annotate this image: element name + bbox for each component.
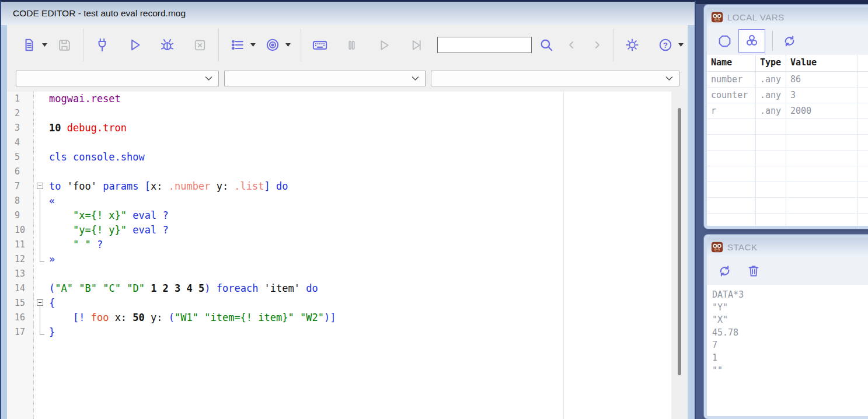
run-button[interactable]: [122, 32, 148, 58]
watch-menu-caret[interactable]: [285, 43, 294, 47]
code-line-content[interactable]: mogwai.reset: [49, 92, 671, 106]
watch-button[interactable]: [260, 32, 285, 58]
code-line[interactable]: 10 "y={! y}" eval ?: [7, 223, 671, 238]
stop-button[interactable]: [187, 32, 212, 58]
line-number[interactable]: 10: [7, 223, 34, 238]
var-row[interactable]: r.any2000: [707, 103, 868, 119]
var-row[interactable]: counter.any3: [707, 88, 868, 103]
code-line[interactable]: 310 debug.tron: [7, 121, 671, 135]
code-line[interactable]: 5cls console.show: [7, 150, 671, 165]
refresh-stack-button[interactable]: [713, 259, 736, 282]
column-header-type[interactable]: Type: [756, 55, 786, 71]
line-number[interactable]: 4: [7, 135, 34, 150]
code-line-content[interactable]: " " ?: [49, 238, 671, 252]
column-header-value[interactable]: Value: [786, 55, 857, 71]
code-line[interactable]: 8«: [7, 194, 671, 208]
help-button[interactable]: ?: [653, 32, 678, 58]
editor-vertical-scrollbar[interactable]: [671, 92, 688, 419]
line-number[interactable]: 5: [7, 150, 34, 165]
code-line-content[interactable]: to 'foo' params [x: .number y: .list] do: [49, 179, 671, 194]
column-header-name[interactable]: Name: [707, 55, 756, 71]
code-line[interactable]: 9 "x={! x}" eval ?: [7, 208, 671, 223]
code-line[interactable]: 2: [7, 106, 671, 121]
new-file-button[interactable]: [16, 32, 42, 58]
code-filler[interactable]: [49, 340, 671, 419]
save-button[interactable]: [51, 32, 77, 58]
code-line-content[interactable]: {: [49, 296, 671, 310]
code-editor[interactable]: 1mogwai.reset2310 debug.tron45cls consol…: [7, 92, 688, 419]
line-number[interactable]: 16: [7, 310, 34, 325]
code-line[interactable]: 15{: [7, 296, 671, 310]
line-number[interactable]: 15: [7, 296, 34, 310]
line-number[interactable]: 6: [7, 165, 34, 179]
code-line[interactable]: 4: [7, 135, 671, 150]
fold-collapse-button[interactable]: [37, 299, 43, 306]
code-line-content[interactable]: "y={! y}" eval ?: [49, 223, 671, 238]
stack-titlebar[interactable]: STACK: [707, 238, 868, 257]
settings-button[interactable]: [619, 32, 645, 58]
code-line-content[interactable]: "x={! x}" eval ?: [49, 208, 671, 223]
code-line-content[interactable]: }: [49, 325, 671, 340]
search-button[interactable]: [536, 32, 556, 58]
scrollbar-thumb[interactable]: [678, 108, 681, 375]
step-end-button[interactable]: [403, 32, 429, 58]
code-line-content[interactable]: [49, 135, 671, 150]
code-token: y:: [145, 312, 169, 323]
symbol-selector-3[interactable]: [431, 71, 679, 86]
local-vars-panel: LOCAL VARS Name Type Value number.any86c…: [704, 5, 868, 229]
code-line-content[interactable]: [49, 267, 671, 281]
window-titlebar[interactable]: CODE EDITOR - test auto eval record.mog: [1, 2, 695, 25]
line-number[interactable]: 3: [7, 121, 34, 135]
code-line[interactable]: 17}: [7, 325, 671, 340]
code-line-content[interactable]: «: [49, 194, 671, 208]
code-line-content[interactable]: cls console.show: [49, 150, 671, 165]
line-number[interactable]: 9: [7, 208, 34, 223]
line-number[interactable]: 7: [7, 179, 34, 194]
help-menu-caret[interactable]: [678, 43, 686, 47]
fold-collapse-button[interactable]: [37, 183, 43, 189]
var-row[interactable]: number.any86: [707, 72, 868, 88]
symbol-selector-1[interactable]: [16, 71, 219, 86]
scope-octagon-button[interactable]: [713, 29, 736, 53]
code-line[interactable]: 16 [! foo x: 50 y: ("W1" "item={! item}"…: [7, 310, 671, 325]
code-line-content[interactable]: [49, 165, 671, 179]
code-line[interactable]: 12»: [7, 252, 671, 267]
list-menu-caret[interactable]: [250, 43, 259, 47]
line-number[interactable]: 2: [7, 106, 34, 121]
resume-button[interactable]: [371, 32, 397, 58]
line-number[interactable]: 13: [7, 267, 34, 281]
svg-text:?: ?: [663, 41, 668, 50]
code-line-content[interactable]: [! foo x: 50 y: ("W1" "item={! item}" "W…: [49, 310, 671, 325]
code-line[interactable]: 11 " " ?: [7, 238, 671, 252]
var-type: .any: [756, 72, 786, 87]
code-line[interactable]: 13: [7, 267, 671, 281]
local-vars-titlebar[interactable]: LOCAL VARS: [707, 8, 868, 27]
code-line[interactable]: 14("A" "B" "C" "D" 1 2 3 4 5) foreach 'i…: [7, 281, 671, 296]
code-line-content[interactable]: [49, 106, 671, 121]
new-file-menu-caret[interactable]: [42, 43, 50, 47]
line-number[interactable]: 12: [7, 252, 34, 267]
connect-button[interactable]: [89, 32, 115, 58]
find-prev-button[interactable]: [562, 32, 581, 58]
line-number[interactable]: 1: [7, 92, 34, 106]
find-next-button[interactable]: [587, 32, 607, 58]
code-line-content[interactable]: 10 debug.tron: [49, 121, 671, 135]
code-line[interactable]: 6: [7, 165, 671, 179]
line-number[interactable]: 14: [7, 281, 34, 296]
code-line-content[interactable]: »: [49, 252, 671, 267]
refresh-vars-button[interactable]: [778, 29, 801, 53]
code-line[interactable]: 7to 'foo' params [x: .number y: .list] d…: [7, 179, 671, 194]
code-line[interactable]: 1mogwai.reset: [7, 92, 671, 106]
search-input[interactable]: [437, 37, 532, 53]
line-number[interactable]: 17: [7, 325, 34, 340]
keyboard-button[interactable]: [307, 32, 333, 58]
debug-button[interactable]: [154, 32, 180, 58]
code-line-content[interactable]: ("A" "B" "C" "D" 1 2 3 4 5) foreach 'ite…: [49, 281, 671, 296]
pause-button[interactable]: [339, 32, 364, 58]
line-number[interactable]: 8: [7, 194, 34, 208]
list-button[interactable]: [225, 32, 250, 58]
line-number[interactable]: 11: [7, 238, 34, 252]
cluster-view-button[interactable]: [738, 29, 765, 53]
clear-stack-button[interactable]: [742, 259, 765, 282]
symbol-selector-2[interactable]: [224, 71, 426, 86]
